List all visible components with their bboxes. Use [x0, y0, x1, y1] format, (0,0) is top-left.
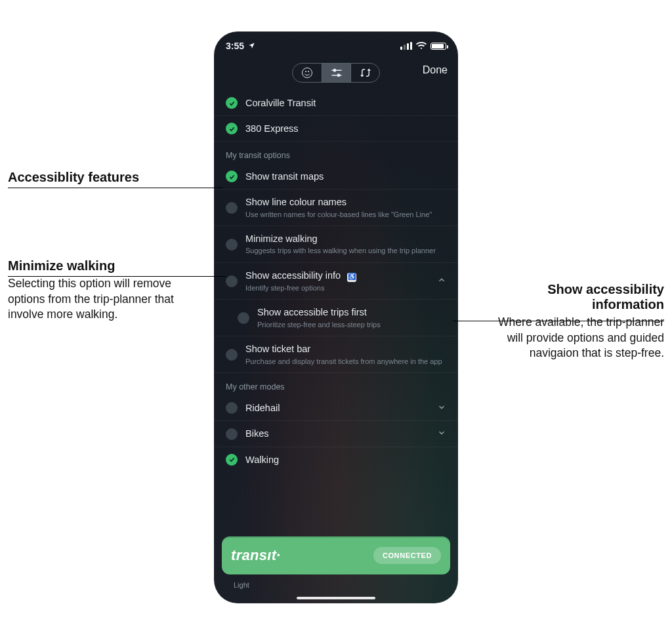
check-icon	[226, 123, 238, 134]
option-title: Show accessibility info ♿	[245, 270, 356, 281]
mode-walking[interactable]: Walking	[214, 447, 458, 472]
check-icon	[238, 312, 249, 324]
sliders-icon	[331, 68, 343, 77]
svg-point-3	[337, 74, 339, 76]
option-show-transit-maps[interactable]: Show transit maps	[214, 164, 458, 190]
check-icon	[226, 239, 238, 251]
option-subtitle: Suggests trips with less walking when us…	[245, 246, 436, 256]
battery-icon	[430, 43, 446, 50]
callout-body: Where available, the trip-planner will p…	[488, 315, 664, 361]
mood-icon	[302, 68, 312, 78]
check-icon	[226, 202, 238, 214]
seg-route[interactable]	[350, 64, 379, 82]
mode-ridehail[interactable]: Ridehail	[214, 395, 458, 421]
top-row: Done	[214, 60, 458, 85]
mode-bikes[interactable]: Bikes	[214, 421, 458, 447]
option-title: Show accessible trips first	[257, 306, 381, 318]
home-indicator	[297, 597, 375, 599]
mode-title: Bikes	[245, 428, 268, 439]
brand-text: transıt	[231, 547, 276, 563]
chevron-down-icon[interactable]	[437, 403, 446, 414]
transit-banner[interactable]: transıt· CONNECTED	[222, 536, 450, 574]
section-header-transit-options: My transit options	[214, 142, 458, 164]
agency-row[interactable]: 380 Express	[214, 116, 458, 142]
wheelchair-badge-icon: ♿	[347, 273, 356, 282]
mode-title: Walking	[245, 454, 279, 466]
callout-rule	[8, 188, 223, 188]
option-subtitle: Purchase and display transit tickets fro…	[245, 357, 442, 367]
agency-label: Coralville Transit	[245, 97, 316, 109]
callout-rule	[8, 276, 226, 277]
option-title: Minimize walking	[245, 233, 436, 245]
option-subtitle: Identify step-free options	[245, 283, 356, 293]
settings-scroll[interactable]: Coralville Transit 380 Express My transi…	[214, 85, 458, 472]
callout-minimize-walking: Minimize walking Selecting this option w…	[8, 258, 205, 323]
signal-icon	[400, 42, 412, 50]
option-minimize-walking[interactable]: Minimize walking Suggests trips with les…	[214, 226, 458, 263]
callout-body: Selecting this option will remove option…	[8, 276, 205, 323]
connected-pill: CONNECTED	[373, 547, 441, 564]
callout-accessibility-features: Accessiblity features	[8, 170, 205, 188]
brand-logo: transıt·	[231, 547, 281, 564]
mode-title: Ridehail	[245, 402, 280, 414]
option-title-text: Show accessibility info	[245, 270, 341, 281]
status-right	[400, 42, 446, 50]
option-accessible-trips-first[interactable]: Show accessible trips first Prioritize s…	[214, 300, 458, 336]
location-icon	[248, 42, 255, 50]
status-bar: 3:55	[214, 31, 458, 54]
segmented-control	[292, 63, 380, 83]
callout-heading: Minimize walking	[8, 258, 205, 273]
chevron-up-icon[interactable]	[437, 275, 446, 287]
callout-heading: Show accessibility information	[488, 282, 664, 312]
seg-tune[interactable]	[322, 64, 350, 82]
option-subtitle: Prioritize step-free and less-steep trip…	[257, 320, 381, 330]
agency-label: 380 Express	[245, 123, 299, 134]
agency-row[interactable]: Coralville Transit	[214, 90, 458, 116]
option-title: Show line colour names	[245, 196, 432, 208]
check-icon	[226, 97, 238, 109]
under-banner-label: Light	[234, 581, 249, 589]
callout-show-accessibility-info: Show accessibility information Where ava…	[488, 282, 664, 361]
callout-rule	[453, 321, 664, 321]
check-icon	[226, 454, 238, 466]
option-show-ticket-bar[interactable]: Show ticket bar Purchase and display tra…	[214, 336, 458, 373]
brand-dot: ·	[276, 547, 280, 563]
svg-point-1	[333, 70, 335, 71]
option-title: Show ticket bar	[245, 343, 442, 355]
phone-frame: 3:55	[214, 31, 458, 603]
option-show-accessibility-info[interactable]: Show accessibility info ♿ Identify step-…	[214, 263, 458, 300]
check-icon	[226, 402, 238, 414]
callout-heading: Accessiblity features	[8, 170, 205, 185]
status-left: 3:55	[226, 41, 255, 51]
done-button[interactable]: Done	[423, 64, 448, 76]
wifi-icon	[416, 42, 427, 50]
section-header-other-modes: My other modes	[214, 373, 458, 395]
option-title: Show transit maps	[245, 171, 324, 182]
option-subtitle: Use written names for colour-based lines…	[245, 210, 432, 220]
status-time: 3:55	[226, 41, 244, 51]
check-icon	[226, 171, 238, 182]
check-icon	[226, 275, 238, 287]
route-icon	[360, 68, 371, 78]
chevron-down-icon[interactable]	[437, 428, 446, 439]
seg-mood[interactable]	[293, 64, 322, 82]
option-line-colour-names[interactable]: Show line colour names Use written names…	[214, 190, 458, 226]
check-icon	[226, 428, 238, 440]
check-icon	[226, 349, 238, 361]
